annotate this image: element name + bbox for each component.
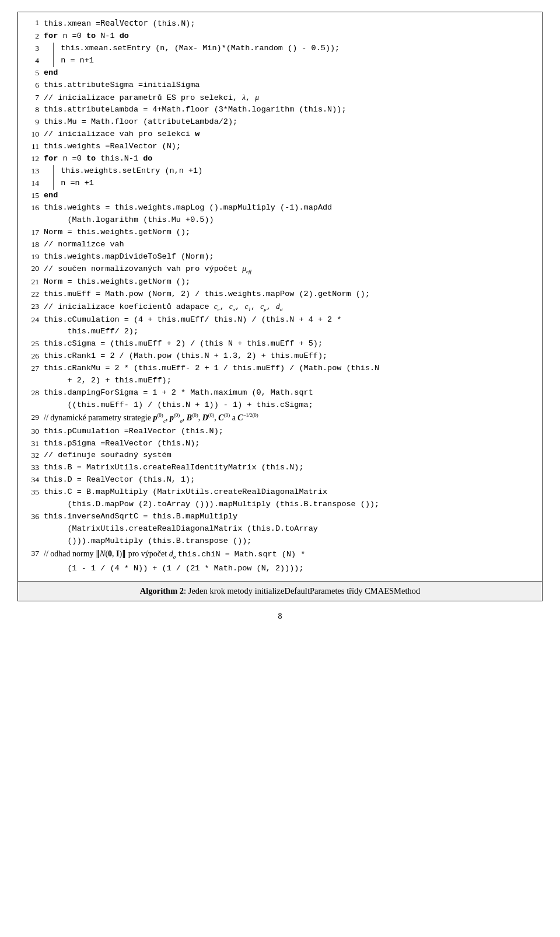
line-text: this.weights = this.weights.mapLog ().ma… (44, 202, 533, 227)
code-line-37: 37 // odhad normy ‖N(0, I)‖ pro výpočet … (27, 548, 533, 575)
line-number: 25 (27, 338, 39, 350)
line-number: 16 (27, 202, 39, 214)
code-line-29: 29 // dynamické parametry strategie p(0)… (27, 412, 533, 426)
code-line-21: 21 Norm = this.weights.getNorm (); (27, 276, 533, 288)
code-line-26: 26 this.cRank1 = 2 / (Math.pow (this.N +… (27, 350, 533, 363)
line-text: this.cRankMu = 2 * (this.muEff- 2 + 1 / … (44, 363, 533, 387)
code-line-33: 33 this.B = MatrixUtils.createRealIdenti… (27, 462, 533, 474)
code-line-9: 9 this.Mu = Math.floor (attributeLambda/… (27, 116, 533, 128)
line-text: this.D = RealVector (this.N, 1); (44, 474, 533, 486)
line-text: n = n+1 (44, 55, 533, 67)
page-number: 8 (278, 612, 282, 621)
line-text: this.B = MatrixUtils.createRealIdentityM… (44, 462, 533, 474)
line-number: 14 (27, 177, 39, 190)
code-line-23: 23 // inicializace koeficientů adapace c… (27, 301, 533, 314)
line-number: 33 (27, 462, 39, 474)
code-line-15: 15 end (27, 190, 533, 202)
line-text: this.muEff = Math.pow (Norm, 2) / this.w… (44, 288, 533, 301)
line-number: 9 (27, 116, 39, 128)
code-line-7: 7 // inicializace parametrů ES pro selek… (27, 92, 533, 105)
line-number: 8 (27, 104, 39, 116)
code-line-2: 2 for n =0 to N-1 do (27, 30, 533, 43)
line-number: 5 (27, 67, 39, 79)
code-line-4: 4 n = n+1 (27, 55, 533, 67)
code-line-11: 11 this.weights =RealVector (N); (27, 141, 533, 153)
line-text: this.pCumulation =RealVector (this.N); (44, 426, 533, 438)
line-number: 19 (27, 251, 39, 263)
code-line-24: 24 this.cCumulation = (4 + this.muEff/ t… (27, 314, 533, 339)
line-text: // inicializace vah pro selekci w (44, 128, 533, 141)
line-text: // dynamické parametry strategie p(0)c, … (44, 412, 533, 426)
line-number: 31 (27, 438, 39, 450)
line-text: for n =0 to N-1 do (44, 30, 533, 43)
line-number: 17 (27, 227, 39, 239)
line-text: // odhad normy ‖N(0, I)‖ pro výpočet dσ … (44, 548, 533, 575)
line-text: // inicializace parametrů ES pro selekci… (44, 92, 533, 105)
line-number: 7 (27, 92, 39, 104)
line-number: 36 (27, 511, 39, 523)
line-text: this.weights =RealVector (N); (44, 141, 533, 153)
line-number: 12 (27, 153, 39, 165)
algorithm-caption: Algorithm 2: Jeden krok metody initializ… (18, 581, 542, 601)
line-text: this.weights.mapDivideToSelf (Norm); (44, 251, 533, 263)
code-line-34: 34 this.D = RealVector (this.N, 1); (27, 474, 533, 486)
code-line-19: 19 this.weights.mapDivideToSelf (Norm); (27, 251, 533, 263)
line-number: 21 (27, 276, 39, 288)
line-text: // součen normalizovaných vah pro výpoče… (44, 263, 533, 276)
line-number: 30 (27, 426, 39, 438)
line-text: // definuje souřadný systém (44, 450, 533, 462)
line-number: 22 (27, 288, 39, 301)
code-line-13: 13 this.weights.setEntry (n,n +1) (27, 165, 533, 177)
code-line-28: 28 this.dampingForSigma = 1 + 2 * Math.m… (27, 387, 533, 412)
line-number: 24 (27, 314, 39, 326)
line-text: this.dampingForSigma = 1 + 2 * Math.maxi… (44, 387, 533, 412)
code-line-36: 36 this.inverseAndSqrtC = this.B.mapMult… (27, 511, 533, 548)
line-text: end (44, 67, 533, 79)
line-number: 34 (27, 474, 39, 486)
line-text: this.xmean.setEntry (n, (Max- Min)*(Math… (44, 43, 533, 55)
page-number-text: 8 (278, 612, 282, 621)
line-text: Norm = this.weights.getNorm (); (44, 276, 533, 288)
line-number: 29 (27, 412, 39, 424)
line-number: 13 (27, 165, 39, 177)
line-text: // normalizce vah (44, 239, 533, 251)
line-text: this.inverseAndSqrtC = this.B.mapMultipl… (44, 511, 533, 548)
line-text: this.cCumulation = (4 + this.muEff/ this… (44, 314, 533, 339)
line-number: 2 (27, 30, 39, 43)
code-line-1: 1 this.xmean =RealVector (this.N); (27, 17, 533, 30)
code-line-12: 12 for n =0 to this.N-1 do (27, 153, 533, 165)
line-number: 11 (27, 141, 39, 153)
code-line-18: 18 // normalizce vah (27, 239, 533, 251)
line-number: 28 (27, 387, 39, 399)
code-line-8: 8 this.attributeLambda = 4+Math.floor (3… (27, 104, 533, 116)
line-text: this.attributeSigma =initialSigma (44, 79, 533, 92)
line-text: // inicializace koeficientů adapace cc, … (44, 301, 533, 314)
line-number: 4 (27, 55, 39, 67)
algorithm-box: 1 this.xmean =RealVector (this.N); 2 for… (18, 12, 542, 601)
line-number: 26 (27, 350, 39, 363)
line-number: 3 (27, 43, 39, 55)
line-number: 20 (27, 263, 39, 275)
code-line-10: 10 // inicializace vah pro selekci w (27, 128, 533, 141)
line-text: end (44, 190, 533, 202)
line-text: this.cRank1 = 2 / (Math.pow (this.N + 1.… (44, 350, 533, 363)
line-number: 32 (27, 450, 39, 462)
line-number: 23 (27, 301, 39, 313)
line-number: 15 (27, 190, 39, 202)
line-text: this.C = B.mapMultiply (MatrixUtils.crea… (44, 486, 533, 511)
line-text: n =n +1 (44, 177, 533, 190)
code-line-30: 30 this.pCumulation =RealVector (this.N)… (27, 426, 533, 438)
code-line-3: 3 this.xmean.setEntry (n, (Max- Min)*(Ma… (27, 43, 533, 55)
code-line-27: 27 this.cRankMu = 2 * (this.muEff- 2 + 1… (27, 363, 533, 387)
line-text: this.attributeLambda = 4+Math.floor (3*M… (44, 104, 533, 116)
line-text: this.pSigma =RealVector (this.N); (44, 438, 533, 450)
code-line-25: 25 this.cSigma = (this.muEff + 2) / (thi… (27, 338, 533, 350)
code-line-6: 6 this.attributeSigma =initialSigma (27, 79, 533, 92)
line-number: 18 (27, 239, 39, 251)
code-line-14: 14 n =n +1 (27, 177, 533, 190)
code-line-32: 32 // definuje souřadný systém (27, 450, 533, 462)
line-text: Norm = this.weights.getNorm (); (44, 227, 533, 239)
code-line-22: 22 this.muEff = Math.pow (Norm, 2) / thi… (27, 288, 533, 301)
line-text: for n =0 to this.N-1 do (44, 153, 533, 165)
code-line-17: 17 Norm = this.weights.getNorm (); (27, 227, 533, 239)
